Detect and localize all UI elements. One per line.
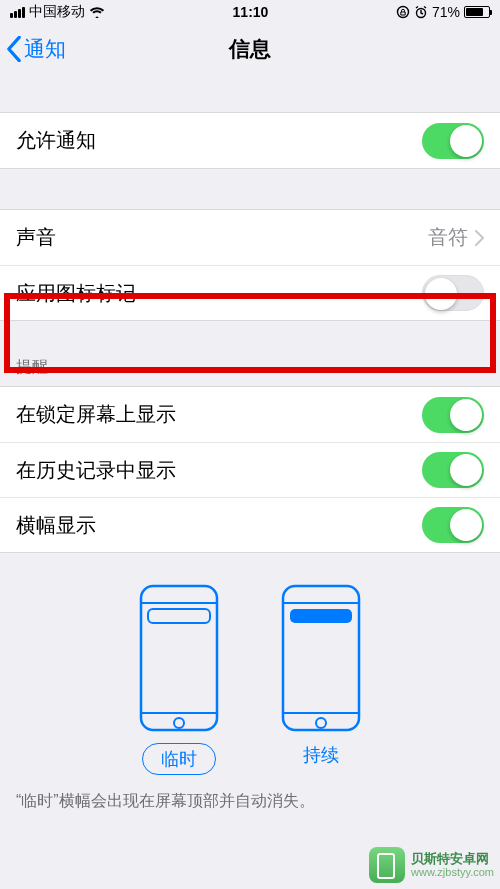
toggle-history[interactable] xyxy=(422,452,484,488)
toggle-banner[interactable] xyxy=(422,507,484,543)
row-sound[interactable]: 声音 音符 xyxy=(0,210,500,265)
preview-persistent[interactable]: 持续 xyxy=(280,583,362,775)
carrier-label: 中国移动 xyxy=(29,3,85,21)
group-allow: 允许通知 xyxy=(0,112,500,169)
group-options: 声音 音符 应用图标标记 xyxy=(0,209,500,321)
page-title: 信息 xyxy=(229,35,271,63)
svg-rect-7 xyxy=(283,586,359,730)
footer-text: “临时”横幅会出现在屏幕顶部并自动消失。 xyxy=(16,791,484,812)
phone-persistent-icon xyxy=(280,583,362,733)
row-badge[interactable]: 应用图标标记 xyxy=(0,265,500,320)
row-history[interactable]: 在历史记录中显示 xyxy=(0,442,500,497)
orientation-lock-icon xyxy=(396,5,410,19)
chevron-right-icon xyxy=(474,230,484,246)
preview-temporary[interactable]: 临时 xyxy=(138,583,220,775)
banner-style-preview: 临时 持续 xyxy=(0,583,500,775)
chevron-left-icon xyxy=(6,36,22,62)
sound-value: 音符 xyxy=(428,224,468,251)
history-label: 在历史记录中显示 xyxy=(16,457,176,484)
watermark-line1: 贝斯特安卓网 xyxy=(411,852,494,866)
status-left: 中国移动 xyxy=(10,3,105,21)
battery-pct: 71% xyxy=(432,4,460,20)
status-right: 71% xyxy=(396,4,490,20)
section-alerts-header: 提醒 xyxy=(0,357,500,386)
row-banner[interactable]: 横幅显示 xyxy=(0,497,500,552)
alarm-icon xyxy=(414,5,428,19)
svg-rect-6 xyxy=(148,609,210,623)
banner-label: 横幅显示 xyxy=(16,512,96,539)
persistent-label: 持续 xyxy=(303,743,339,767)
watermark-icon xyxy=(369,847,405,883)
battery-icon xyxy=(464,6,490,18)
wifi-icon xyxy=(89,6,105,18)
status-bar: 中国移动 11:10 71% xyxy=(0,0,500,24)
svg-rect-11 xyxy=(290,609,352,623)
badge-label: 应用图标标记 xyxy=(16,280,136,307)
svg-point-5 xyxy=(174,718,184,728)
group-alerts: 在锁定屏幕上显示 在历史记录中显示 横幅显示 xyxy=(0,386,500,553)
toggle-badge[interactable] xyxy=(422,275,484,311)
sound-label: 声音 xyxy=(16,224,56,251)
temporary-label: 临时 xyxy=(142,743,216,775)
watermark: 贝斯特安卓网 www.zjbstyy.com xyxy=(369,847,494,883)
svg-point-10 xyxy=(316,718,326,728)
nav-bar: 通知 信息 xyxy=(0,24,500,74)
lock-label: 在锁定屏幕上显示 xyxy=(16,401,176,428)
back-label: 通知 xyxy=(24,35,66,63)
watermark-line2: www.zjbstyy.com xyxy=(411,866,494,878)
back-button[interactable]: 通知 xyxy=(6,24,66,74)
allow-label: 允许通知 xyxy=(16,127,96,154)
row-allow-notifications[interactable]: 允许通知 xyxy=(0,113,500,168)
svg-rect-2 xyxy=(141,586,217,730)
battery-fill xyxy=(466,8,483,16)
signal-icon xyxy=(10,7,25,18)
status-time: 11:10 xyxy=(233,4,269,20)
phone-temporary-icon xyxy=(138,583,220,733)
toggle-lock[interactable] xyxy=(422,397,484,433)
row-lock-screen[interactable]: 在锁定屏幕上显示 xyxy=(0,387,500,442)
toggle-allow[interactable] xyxy=(422,123,484,159)
